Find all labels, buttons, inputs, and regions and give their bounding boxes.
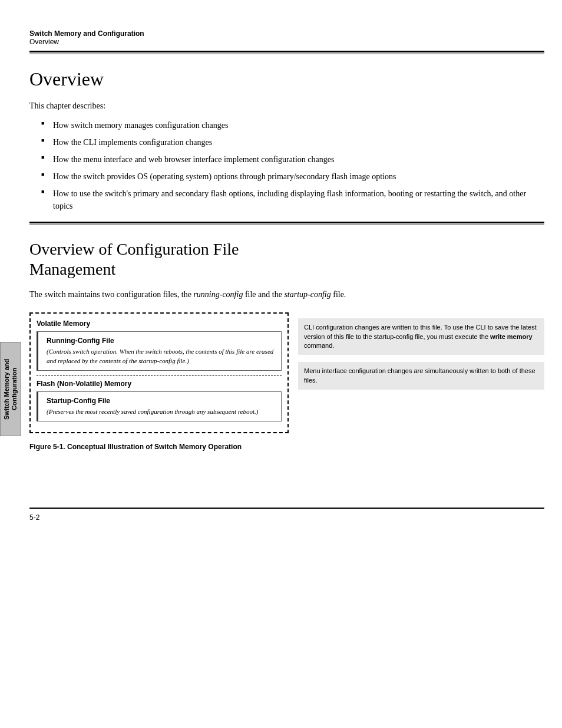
figure-container: Volatile Memory Running-Config File (Con… xyxy=(29,312,544,433)
figure-caption: Figure 5-1. Conceptual Illustration of S… xyxy=(29,443,544,451)
list-item: How switch memory manages configuration … xyxy=(41,119,544,131)
flash-memory-label: Flash (Non-Volatile) Memory xyxy=(37,380,282,388)
annotation-cli: CLI configuration changes are written to… xyxy=(298,318,544,355)
running-config-title: Running-Config File xyxy=(47,337,275,345)
startup-config-text: (Preserves the most recently saved confi… xyxy=(47,407,275,416)
top-section-divider xyxy=(29,51,544,54)
diagram: Volatile Memory Running-Config File (Con… xyxy=(29,312,289,433)
startup-config-title: Startup-Config File xyxy=(47,397,275,405)
sidebar-chapter-tab: Switch Memory and Configuration xyxy=(0,342,21,436)
startup-config-box: Startup-Config File (Preserves the most … xyxy=(37,391,282,421)
chapter-title: Switch Memory and Configuration xyxy=(29,29,544,38)
section2-divider xyxy=(29,222,544,225)
annotation1-end: command. xyxy=(304,342,334,349)
side-annotations: CLI configuration changes are written to… xyxy=(298,312,544,397)
list-item: How the menu interface and web browser i… xyxy=(41,153,544,166)
running-config-box: Running-Config File (Controls switch ope… xyxy=(37,331,282,371)
section2-intro: The switch maintains two configuration f… xyxy=(29,288,544,301)
running-config-text: (Controls switch operation. When the swi… xyxy=(47,347,275,365)
bottom-section: 5-2 xyxy=(29,460,544,522)
annotation-menu: Menu interface configuration changes are… xyxy=(298,362,544,390)
volatile-memory-label: Volatile Memory xyxy=(37,319,282,328)
list-item: How the switch provides OS (operating sy… xyxy=(41,170,544,183)
chapter-subtitle: Overview xyxy=(29,38,544,46)
breadcrumb: Switch Memory and Configuration Overview xyxy=(29,12,544,51)
section2-heading: Overview of Configuration FileManagement xyxy=(29,239,544,279)
section1-intro: This chapter describes: xyxy=(29,100,544,112)
list-item: How the CLI implements configuration cha… xyxy=(41,136,544,149)
bullet-list: How switch memory manages configuration … xyxy=(41,119,544,212)
list-item: How to use the switch's primary and seco… xyxy=(41,187,544,212)
page-number: 5-2 xyxy=(29,509,544,522)
annotation1-bold: write memory xyxy=(490,333,533,340)
section1-heading: Overview xyxy=(29,68,544,90)
sidebar-tab-label: Switch Memory and Configuration xyxy=(3,342,18,436)
